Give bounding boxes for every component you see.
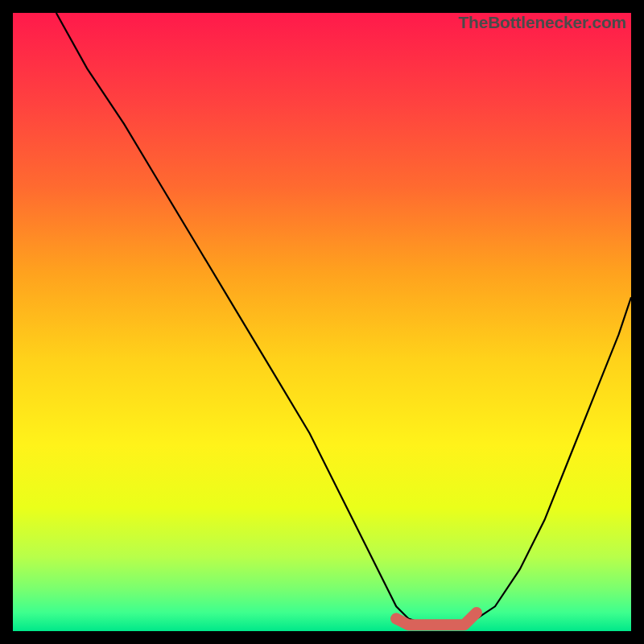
left-curve xyxy=(56,13,427,625)
chart-frame: TheBottlenecker.com xyxy=(0,0,644,644)
minimum-marker-path xyxy=(396,613,477,625)
chart-svg xyxy=(13,13,631,631)
right-curve xyxy=(464,297,631,625)
minimum-marker-dot xyxy=(390,613,402,625)
plot-area: TheBottlenecker.com xyxy=(13,13,631,631)
